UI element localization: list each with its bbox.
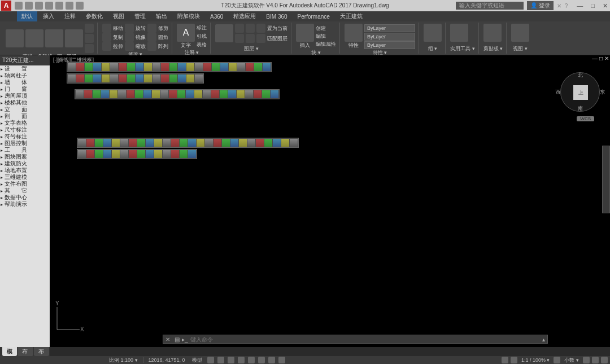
status-custom-icon[interactable] [601, 357, 608, 363]
draw-misc-1-icon[interactable] [85, 24, 94, 33]
fillet-icon[interactable] [147, 33, 156, 42]
status-osnap-icon[interactable] [248, 357, 255, 363]
sidepanel-item-19[interactable]: 数据中心 [0, 194, 50, 201]
ft3-btn-1[interactable] [84, 90, 92, 98]
ft1-btn-3[interactable] [93, 63, 101, 71]
viewcube-west[interactable]: 西 [555, 89, 560, 96]
ft2-btn-4[interactable] [102, 74, 110, 82]
ft4-btn-0[interactable] [78, 139, 86, 147]
layout-tab-2[interactable]: 布局2 [34, 347, 50, 356]
ft1-btn-10[interactable] [152, 63, 160, 71]
cmd-close-icon[interactable]: ✕ [163, 336, 172, 343]
ft1-btn-6[interactable] [119, 63, 127, 71]
layer-icon-3[interactable] [256, 24, 265, 33]
ft4-btn-3[interactable] [103, 139, 111, 147]
sidepanel-item-15[interactable]: 场地布置 [0, 167, 50, 174]
ft2-btn-12[interactable] [169, 74, 177, 82]
status-gear-icon[interactable] [554, 357, 560, 363]
sidepanel-item-3[interactable]: 门 窗 [0, 86, 50, 93]
qat-saveas-icon[interactable] [45, 2, 53, 10]
ft4-btn-22[interactable] [264, 139, 272, 147]
layout-tab-0[interactable]: 模型 [2, 347, 17, 356]
ft2-btn-9[interactable] [144, 74, 152, 82]
viewcube-north[interactable]: 北 [578, 72, 583, 79]
mirror-icon[interactable] [125, 33, 134, 42]
viewcube-east[interactable]: 东 [600, 89, 605, 96]
ft3-btn-5[interactable] [118, 90, 126, 98]
ft1-btn-9[interactable] [144, 63, 152, 71]
ft2-btn-14[interactable] [186, 74, 194, 82]
ft2-btn-2[interactable] [85, 74, 93, 82]
layer-icon-1[interactable] [235, 24, 244, 33]
ft4-btn-25[interactable] [290, 139, 298, 147]
menu-tab-8[interactable]: A360 [206, 12, 228, 21]
arc-button[interactable] [65, 29, 83, 47]
ft2-btn-11[interactable] [161, 74, 169, 82]
ft3-btn-22[interactable] [262, 90, 270, 98]
help-icon[interactable]: ? [565, 3, 568, 9]
status-ortho-icon[interactable] [228, 357, 234, 363]
viewcube[interactable]: 北 西 东 南 上 [560, 72, 600, 112]
ft4-btn-5[interactable] [120, 139, 128, 147]
layer-icon-4[interactable] [235, 34, 244, 43]
floating-toolbar-5[interactable] [77, 149, 197, 159]
cmd-recent-icon[interactable]: ▤ [172, 336, 182, 343]
maximize-button[interactable]: □ [591, 2, 595, 10]
ft1-btn-19[interactable] [229, 63, 237, 71]
ft3-btn-8[interactable] [143, 90, 151, 98]
sidepanel-item-2[interactable]: 墙 体 [0, 79, 50, 86]
sidepanel-item-5[interactable]: 楼梯其他 [0, 99, 50, 106]
command-line[interactable]: ✕ ▤ ▸_ ▴ [163, 335, 548, 344]
sidepanel-item-18[interactable]: 其 它 [0, 187, 50, 194]
sidepanel-item-14[interactable]: 建筑防火 [0, 160, 50, 167]
ft1-btn-13[interactable] [178, 63, 186, 71]
array-icon[interactable] [147, 42, 156, 51]
status-otrack-icon[interactable] [258, 357, 265, 363]
menu-tab-7[interactable]: 附加模块 [173, 11, 204, 21]
viewcube-south[interactable]: 南 [578, 105, 583, 112]
group-button[interactable] [424, 24, 442, 42]
status-lwt-icon[interactable] [268, 357, 275, 363]
ft3-btn-20[interactable] [245, 90, 253, 98]
sidepanel-item-13[interactable]: 图块图案 [0, 154, 50, 160]
circle-button[interactable] [45, 29, 63, 47]
layout-tab-1[interactable]: 布局1 [18, 347, 33, 356]
layer-icon-2[interactable] [246, 24, 255, 33]
draw-misc-3-icon[interactable] [85, 44, 94, 53]
ft5-btn-9[interactable] [154, 150, 162, 158]
sidepanel-item-6[interactable]: 立 面 [0, 106, 50, 113]
right-panel-handle[interactable] [602, 146, 610, 213]
draw-misc-2-icon[interactable] [85, 34, 94, 43]
sidepanel-item-1[interactable]: 轴网柱子 [0, 72, 50, 79]
vp-close-icon[interactable]: ✕ [604, 55, 609, 62]
ft5-btn-3[interactable] [103, 150, 111, 158]
qat-open-icon[interactable] [25, 2, 33, 10]
leader-button[interactable]: 引线 [197, 33, 207, 40]
status-decimal[interactable]: 小数 ▾ [563, 357, 581, 364]
menu-tab-0[interactable]: 默认 [17, 11, 37, 21]
polyline-button[interactable] [25, 29, 43, 47]
ft3-btn-19[interactable] [237, 90, 245, 98]
command-input[interactable] [188, 336, 540, 343]
ft3-btn-12[interactable] [177, 90, 185, 98]
drawing-canvas[interactable]: [-][俯视][二维线框] — □ ✕ 北 西 东 南 上 WCS Y X ✕ … [50, 55, 610, 347]
qat-new-icon[interactable] [15, 2, 23, 10]
menu-tab-2[interactable]: 注释 [60, 11, 80, 21]
menu-tab-1[interactable]: 插入 [38, 11, 59, 21]
wcs-badge[interactable]: WCS [577, 116, 594, 121]
dimension-button[interactable]: 标注 [197, 24, 207, 32]
sidepanel-item-8[interactable]: 文字表格 [0, 120, 50, 126]
status-grid-icon[interactable] [207, 357, 214, 363]
status-anno-icon[interactable] [511, 357, 517, 363]
floating-toolbar-2[interactable] [67, 73, 204, 84]
menu-tab-12[interactable]: 天正建筑 [336, 11, 367, 21]
vp-minimize-icon[interactable]: — [592, 55, 598, 62]
ft1-btn-15[interactable] [195, 63, 203, 71]
ft4-btn-18[interactable] [230, 139, 238, 147]
ft3-btn-15[interactable] [203, 90, 211, 98]
ft4-btn-24[interactable] [281, 139, 289, 147]
ft4-btn-7[interactable] [137, 139, 145, 147]
sidepanel-item-0[interactable]: 设 置 [0, 65, 50, 72]
ft3-btn-10[interactable] [160, 90, 168, 98]
ft4-btn-19[interactable] [239, 139, 247, 147]
